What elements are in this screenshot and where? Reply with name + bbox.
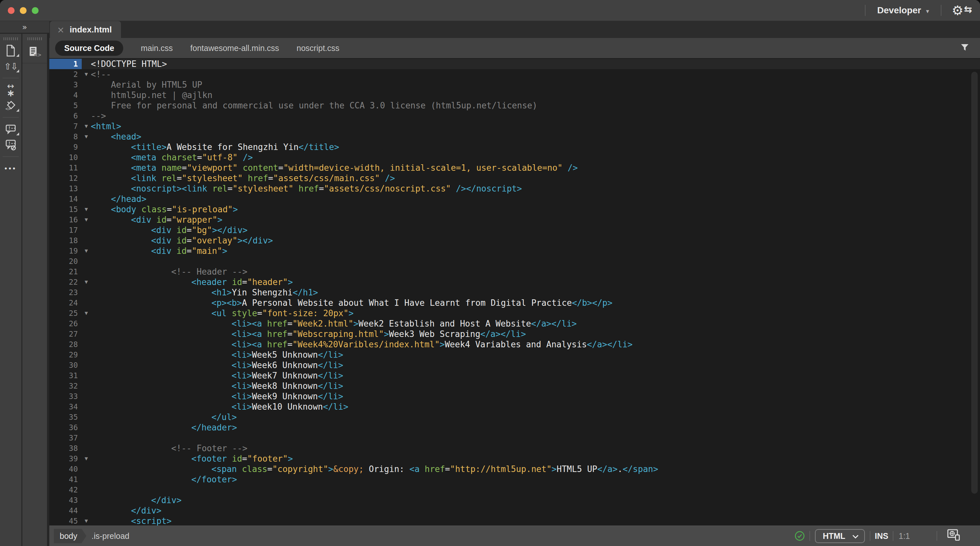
source-view-button[interactable]: <> xyxy=(22,43,47,63)
line-number[interactable]: 13 xyxy=(49,184,82,194)
line-number[interactable]: 42 xyxy=(49,485,82,495)
fold-toggle-icon[interactable]: ▼ xyxy=(82,131,91,142)
fold-toggle-icon[interactable]: ▼ xyxy=(82,516,91,525)
code-line[interactable]: 17<div id="bg"></div> xyxy=(49,225,980,235)
line-number[interactable]: 15 xyxy=(49,204,82,215)
code-line[interactable]: 14</head> xyxy=(49,194,980,204)
code-line[interactable]: 12<link rel="stylesheet" href="assets/cs… xyxy=(49,173,980,184)
tab-index-html[interactable]: × index.html xyxy=(50,21,121,38)
code-line[interactable]: 21<!-- Header --> xyxy=(49,267,980,277)
new-file-button[interactable] xyxy=(0,43,21,58)
code-line[interactable]: 9<title>A Website for Shengzhi Yin</titl… xyxy=(49,142,980,152)
fold-toggle-icon[interactable]: ▼ xyxy=(82,69,91,80)
line-number[interactable]: 19 xyxy=(49,246,82,256)
line-number[interactable]: 23 xyxy=(49,287,82,298)
code-line[interactable]: 18<div id="overlay"></div> xyxy=(49,235,980,246)
line-number[interactable]: 16 xyxy=(49,215,82,225)
line-number[interactable]: 14 xyxy=(49,194,82,204)
line-number[interactable]: 3 xyxy=(49,80,82,90)
code-line[interactable]: 16▼<div id="wrapper"> xyxy=(49,215,980,225)
drag-handle[interactable] xyxy=(3,37,18,40)
code-line[interactable]: 19▼<div id="main"> xyxy=(49,246,980,256)
code-line[interactable]: 41</footer> xyxy=(49,474,980,485)
zoom-window-button[interactable] xyxy=(32,7,38,14)
line-number[interactable]: 37 xyxy=(49,433,82,443)
code-line[interactable]: 31<li>Week7 Unknown</li> xyxy=(49,370,980,381)
uncomment-button[interactable]: !-- xyxy=(0,137,21,153)
line-number[interactable]: 7 xyxy=(49,121,82,131)
code-line[interactable]: 38<!-- Footer --> xyxy=(49,443,980,453)
code-line[interactable]: 34<li>Week10 Unknown</li> xyxy=(49,402,980,412)
drag-handle[interactable] xyxy=(27,37,42,40)
code-line[interactable]: 15▼<body class="is-preload"> xyxy=(49,204,980,215)
code-line[interactable]: 30<li>Week6 Unknown</li> xyxy=(49,360,980,370)
line-number[interactable]: 38 xyxy=(49,443,82,453)
code-line[interactable]: 27<li><a href="Webscraping.html">Week3 W… xyxy=(49,329,980,339)
line-number[interactable]: 39 xyxy=(49,453,82,464)
code-line[interactable]: 2▼<!-- xyxy=(49,69,980,80)
tab-fontawesome-css[interactable]: fontawesome-all.min.css xyxy=(190,43,279,53)
line-number[interactable]: 45 xyxy=(49,516,82,525)
tab-noscript-css[interactable]: noscript.css xyxy=(297,43,339,53)
code-line[interactable]: 28<li><a href="Week4%20Varibles/index.ht… xyxy=(49,339,980,350)
line-number[interactable]: 36 xyxy=(49,422,82,433)
line-number[interactable]: 8 xyxy=(49,131,82,142)
close-window-button[interactable] xyxy=(8,7,14,14)
line-number[interactable]: 33 xyxy=(49,391,82,402)
line-number[interactable]: 17 xyxy=(49,225,82,235)
code-line[interactable]: 22▼<header id="header"> xyxy=(49,277,980,287)
line-number[interactable]: 26 xyxy=(49,318,82,329)
fold-toggle-icon[interactable]: ▼ xyxy=(82,246,91,256)
line-number[interactable]: 43 xyxy=(49,495,82,505)
line-number[interactable]: 5 xyxy=(49,100,82,111)
code-line[interactable]: 3Aerial by HTML5 UP xyxy=(49,80,980,90)
line-number[interactable]: 28 xyxy=(49,339,82,350)
close-icon[interactable]: × xyxy=(57,25,65,35)
publish-settings-button[interactable]: ⚙ ⇆ xyxy=(952,4,972,17)
code-line[interactable]: 26<li><a href="Week2.html">Week2 Establi… xyxy=(49,318,980,329)
code-line[interactable]: 40<span class="copyright">&copy; Origin:… xyxy=(49,464,980,474)
tab-main-css[interactable]: main.css xyxy=(141,43,173,53)
code-line[interactable]: 32<li>Week8 Unknown</li> xyxy=(49,381,980,391)
scrollbar-thumb[interactable] xyxy=(971,72,978,494)
code-line[interactable]: 25▼<ul style="font-size: 20px"> xyxy=(49,308,980,318)
code-line[interactable]: 35</ul> xyxy=(49,412,980,422)
line-number[interactable]: 10 xyxy=(49,152,82,163)
line-number[interactable]: 11 xyxy=(49,163,82,173)
developer-menu-button[interactable]: Developer ▾ xyxy=(877,5,929,16)
fold-toggle-icon[interactable]: ▼ xyxy=(82,277,91,287)
line-number[interactable]: 4 xyxy=(49,90,82,100)
more-actions-button[interactable]: ••• xyxy=(0,161,21,176)
line-number[interactable]: 29 xyxy=(49,350,82,360)
line-number[interactable]: 12 xyxy=(49,173,82,184)
line-number[interactable]: 41 xyxy=(49,474,82,485)
line-number[interactable]: 35 xyxy=(49,412,82,422)
code-line[interactable]: 33<li>Week9 Unknown</li> xyxy=(49,391,980,402)
line-number[interactable]: 25 xyxy=(49,308,82,318)
fold-toggle-icon[interactable]: ▼ xyxy=(82,121,91,131)
preview-button[interactable] xyxy=(947,528,961,544)
publish-sync-button[interactable]: ⇧⇩ xyxy=(0,58,21,74)
sidebar-expand-button[interactable]: » xyxy=(0,21,49,33)
line-number[interactable]: 18 xyxy=(49,235,82,246)
code-line[interactable]: 1<!DOCTYPE HTML> xyxy=(49,59,980,69)
line-number[interactable]: 21 xyxy=(49,267,82,277)
comment-button[interactable]: !-- xyxy=(0,121,21,137)
line-number[interactable]: 24 xyxy=(49,298,82,308)
tab-source-code[interactable]: Source Code xyxy=(55,41,123,56)
code-line[interactable]: 44</div> xyxy=(49,505,980,516)
fold-toggle-icon[interactable]: ▼ xyxy=(82,215,91,225)
line-number[interactable]: 32 xyxy=(49,381,82,391)
wrap-text-button[interactable]: ↔ ∗ xyxy=(0,82,21,98)
line-number[interactable]: 27 xyxy=(49,329,82,339)
line-number[interactable]: 40 xyxy=(49,464,82,474)
line-number[interactable]: 9 xyxy=(49,142,82,152)
line-number[interactable]: 22 xyxy=(49,277,82,287)
code-editor[interactable]: 1<!DOCTYPE HTML>2▼<!--3Aerial by HTML5 U… xyxy=(49,58,980,525)
code-line[interactable]: 23<h1>Yin Shengzhi</h1> xyxy=(49,287,980,298)
code-line[interactable]: 43</div> xyxy=(49,495,980,505)
syntax-mode-select[interactable]: HTML xyxy=(815,529,865,543)
line-number[interactable]: 34 xyxy=(49,402,82,412)
line-number[interactable]: 2 xyxy=(49,69,82,80)
code-line[interactable]: 45▼<script> xyxy=(49,516,980,525)
